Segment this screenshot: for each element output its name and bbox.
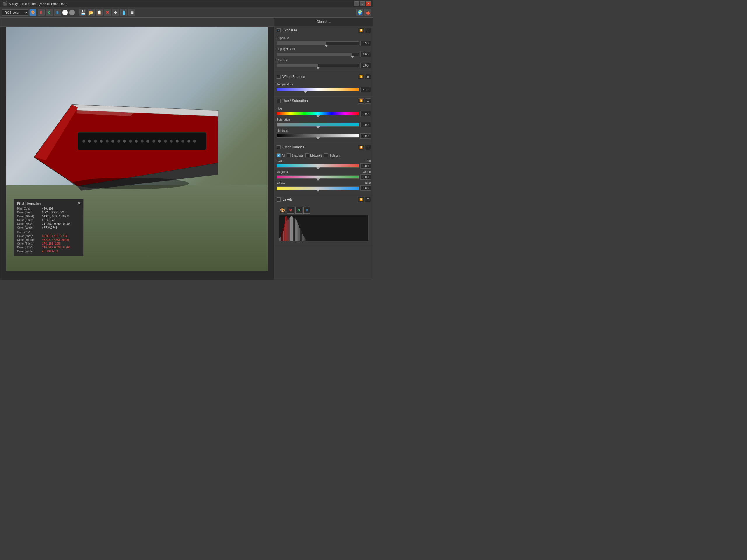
minimize-button[interactable]: ─ [354,1,359,6]
color-picker-icon[interactable]: 🎨 [29,9,36,16]
exposure-menu-btn[interactable]: ☰ [365,28,371,33]
yellow-blue-value: 0.00 [360,186,371,191]
svg-rect-27 [279,238,280,241]
white-balance-collapse-btn[interactable]: ⏬ [358,74,364,79]
hue-sat-title: Hue / Saturation [282,99,356,103]
cb-highlights[interactable]: Highlight [324,153,340,158]
white-balance-checkbox[interactable] [277,75,281,79]
vray-settings-icon[interactable]: 🫖 [364,9,371,16]
svg-rect-41 [296,220,297,241]
saturation-slider-row: Saturation 0.00 [277,118,371,128]
cb-all-label: All [282,154,285,157]
viewport: Pixel information ✖ Pixel X, Y: 460, 198… [0,18,274,280]
svg-point-9 [117,140,120,143]
levels-color-wheel-icon[interactable]: 🎨 [279,207,286,214]
contrast-fill [277,64,318,67]
svg-point-18 [170,140,173,143]
svg-rect-51 [283,228,283,241]
pixel-info-panel: Pixel information ✖ Pixel X, Y: 460, 198… [14,199,84,256]
magenta-green-track[interactable] [277,175,359,179]
render-settings-icon[interactable]: 🌍 [356,9,363,16]
separator-1 [77,9,77,16]
pixel-info-close[interactable]: ✖ [78,202,80,205]
highlight-burn-track[interactable] [277,53,359,56]
move-button[interactable]: ✥ [112,9,119,16]
right-panel-header: Globals... [274,18,373,26]
white-balance-menu-btn[interactable]: ☰ [365,74,371,79]
window-title: V-Ray frame buffer - [50% of 1600 x 900] [9,2,68,5]
pick-button[interactable]: 💧 [120,9,127,16]
color-balance-checkbox[interactable] [277,145,281,149]
cb-midtones[interactable]: Midtones [305,153,322,158]
yellow-blue-track[interactable] [277,186,359,190]
temperature-thumb [304,91,307,93]
levels-red-btn[interactable]: R [287,207,294,214]
cb-all-check: ✓ [277,153,281,158]
exposure-thumb [325,45,328,47]
saturation-track[interactable] [277,123,359,127]
levels-menu-btn[interactable]: ☰ [365,197,371,202]
color-balance-menu-btn[interactable]: ☰ [365,145,371,150]
save-button[interactable]: 💾 [79,9,86,16]
contrast-thumb [316,67,320,69]
svg-rect-52 [284,224,284,241]
pixel-info-title: Pixel information ✖ [17,202,80,205]
region-button[interactable]: ⊞ [128,9,135,16]
content-area: Pixel information ✖ Pixel X, Y: 460, 198… [0,18,373,280]
hue-sat-checkbox[interactable] [277,99,281,103]
hue-sat-controls: ⏬ ☰ [358,98,371,104]
right-panel-content: Exposure ⏬ ☰ Exposure [274,26,373,280]
hue-sat-collapse-btn[interactable]: ⏬ [358,98,364,104]
blue-channel-button[interactable]: B [54,9,61,16]
green-channel-button[interactable]: G [46,9,53,16]
close-button[interactable]: ✕ [366,1,371,6]
saturation-thumb [316,126,320,129]
svg-rect-47 [303,236,304,241]
cb-shadows[interactable]: Shadows [287,153,304,158]
levels-blue-btn[interactable]: B [304,207,310,214]
maximize-button[interactable]: □ [360,1,365,6]
render-area[interactable]: Pixel information ✖ Pixel X, Y: 460, 198… [6,27,268,271]
white-circle-icon [62,10,68,16]
exposure-collapse-btn[interactable]: ⏬ [358,28,364,33]
levels-green-btn[interactable]: G [295,207,302,214]
levels-checkbox[interactable] [277,197,281,202]
svg-point-4 [88,140,91,143]
open-button[interactable]: 📂 [87,9,95,16]
hue-sat-menu-btn[interactable]: ☰ [365,98,371,104]
exposure-body: Exposure 0.93 Highlight Burn [274,35,373,72]
temperature-value: 3711 [360,87,371,92]
svg-point-17 [164,140,167,143]
exposure-value: 0.93 [360,41,371,46]
magenta-label: Magenta [277,170,288,174]
cb-all[interactable]: ✓ All [277,153,285,158]
clear-button[interactable]: ✖ [104,9,111,16]
highlight-burn-control: 1.00 [277,52,371,57]
levels-channel-controls: 🎨 R G B [277,206,371,215]
hue-track[interactable] [277,112,359,115]
color-web-row: Color (Web): #FF3A3F49 [17,226,80,229]
contrast-track[interactable] [277,63,359,67]
export-button[interactable]: 📋 [96,9,103,16]
highlight-burn-value: 1.00 [360,52,371,57]
white-balance-title: White Balance [282,75,356,79]
histogram-svg [279,215,368,241]
color-8bit-row: Color (8-bit): 58, 63, 73 [17,218,80,222]
hue-control: 0.00 [277,111,371,116]
lightness-track[interactable] [277,134,359,138]
histogram [279,215,368,241]
exposure-checkbox[interactable] [277,28,281,32]
cyan-red-track[interactable] [277,164,359,168]
color-mode-select[interactable]: RGB color Alpha Luminance Red Green Blue [2,9,28,16]
svg-point-3 [82,140,85,143]
red-channel-button[interactable]: R [37,9,45,16]
exposure-track[interactable] [277,42,359,45]
temperature-track[interactable] [277,88,359,91]
levels-collapse-btn[interactable]: ⏬ [358,197,364,202]
levels-controls-header: ⏬ ☰ [358,197,371,202]
red-label: Red [366,159,371,162]
svg-rect-54 [286,216,287,241]
svg-point-14 [147,140,149,143]
color-balance-collapse-btn[interactable]: ⏬ [358,145,364,150]
svg-point-13 [140,140,144,143]
